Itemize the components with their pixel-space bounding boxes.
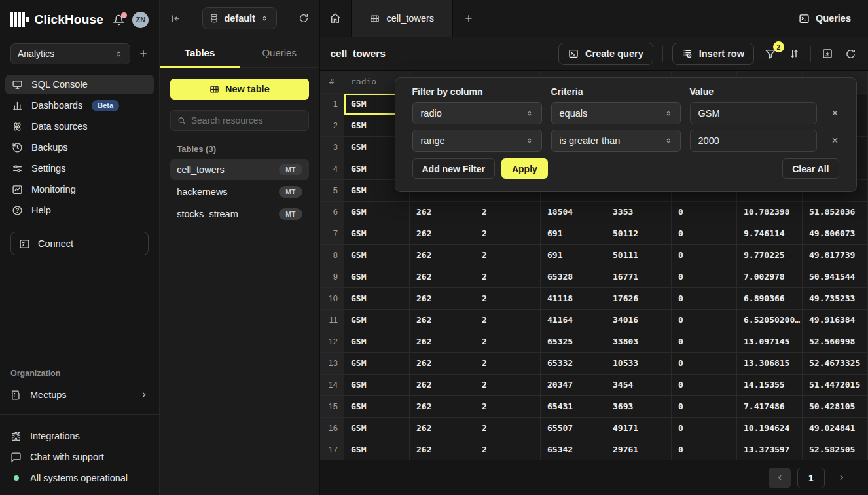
data-cell[interactable]: 2 [475, 395, 541, 417]
sidebar-item-integrations[interactable]: Integrations [0, 426, 159, 447]
data-cell[interactable]: 0 [672, 439, 737, 460]
filter-column-select[interactable]: radio [412, 102, 542, 124]
data-cell[interactable]: 0 [672, 244, 737, 266]
data-cell[interactable]: GSM [344, 287, 410, 309]
data-cell[interactable]: 29761 [606, 439, 672, 460]
data-cell[interactable]: 7.417486 [737, 395, 803, 417]
data-cell[interactable]: 2 [475, 331, 541, 352]
data-cell[interactable]: 65328 [541, 266, 606, 287]
apply-filters-button[interactable]: Apply [501, 158, 548, 179]
data-cell[interactable]: 0 [672, 309, 737, 331]
current-page-indicator[interactable]: 1 [797, 468, 825, 488]
data-cell[interactable]: 262 [410, 439, 475, 460]
data-cell[interactable]: 65342 [541, 439, 606, 460]
data-cell[interactable]: 262 [410, 352, 475, 374]
filter-criteria-select[interactable]: equals [551, 102, 681, 124]
download-button[interactable] [820, 46, 835, 61]
data-cell[interactable]: 18504 [541, 201, 606, 223]
sidebar-item-dashboards[interactable]: Dashboards Beta [5, 96, 154, 115]
data-cell[interactable]: 65332 [541, 352, 606, 374]
data-cell[interactable]: 2 [475, 201, 541, 223]
data-cell[interactable]: 49171 [606, 417, 672, 439]
data-cell[interactable]: 10.782398 [737, 201, 803, 223]
data-cell[interactable]: 2 [475, 352, 541, 374]
data-cell[interactable]: 262 [410, 244, 475, 266]
data-cell[interactable]: 65507 [541, 417, 606, 439]
data-cell[interactable]: 9.746114 [737, 223, 803, 244]
avatar[interactable]: ZN [132, 12, 149, 28]
data-cell[interactable]: 65431 [541, 395, 606, 417]
data-cell[interactable]: GSM [344, 331, 410, 352]
data-cell[interactable]: 10533 [606, 352, 672, 374]
data-cell[interactable]: 13.097145 [737, 331, 803, 352]
tab-tables[interactable]: Tables [160, 37, 240, 67]
data-cell[interactable]: 262 [410, 395, 475, 417]
sort-button[interactable] [787, 46, 801, 61]
sidebar-item-sql-console[interactable]: SQL Console [5, 75, 154, 94]
open-tab-cell-towers[interactable]: cell_towers [352, 0, 454, 37]
data-cell[interactable]: GSM [344, 352, 410, 374]
data-cell[interactable]: GSM [344, 266, 410, 287]
data-cell[interactable]: 0 [672, 417, 737, 439]
data-cell[interactable]: 0 [672, 374, 737, 395]
collapse-panel-button[interactable] [170, 13, 181, 24]
data-cell[interactable]: 52.582505 [803, 439, 868, 460]
data-cell[interactable]: 51.852036 [803, 201, 868, 223]
new-tab-button[interactable] [453, 0, 484, 37]
data-cell[interactable]: 2 [475, 223, 541, 244]
data-cell[interactable]: 50111 [606, 244, 672, 266]
sidebar-item-settings[interactable]: Settings [5, 158, 154, 178]
data-cell[interactable]: 6.52050200… [737, 309, 803, 331]
refresh-tables-button[interactable] [298, 13, 309, 24]
sidebar-item-backups[interactable]: Backups [5, 138, 154, 157]
system-status-row[interactable]: All systems operational [0, 468, 159, 488]
data-cell[interactable]: 3454 [606, 374, 672, 395]
prev-page-button[interactable] [769, 468, 791, 488]
insert-row-button[interactable]: Insert row [672, 43, 754, 65]
home-button[interactable] [320, 0, 352, 37]
filter-value-input[interactable] [690, 130, 817, 152]
data-cell[interactable]: 0 [672, 331, 737, 352]
data-cell[interactable]: 2 [475, 439, 541, 460]
data-cell[interactable]: 50112 [606, 223, 672, 244]
data-cell[interactable]: 2 [475, 266, 541, 287]
filter-column-select[interactable]: range [412, 130, 542, 152]
clear-all-filters-button[interactable]: Clear All [782, 158, 839, 179]
data-cell[interactable]: 0 [672, 395, 737, 417]
remove-filter-button[interactable]: × [826, 132, 844, 150]
data-cell[interactable]: GSM [344, 223, 410, 244]
data-cell[interactable]: 9.770225 [737, 244, 803, 266]
data-cell[interactable]: 262 [410, 331, 475, 352]
data-cell[interactable]: 262 [410, 374, 475, 395]
data-cell[interactable]: 691 [541, 244, 606, 266]
data-cell[interactable]: 3353 [606, 201, 672, 223]
data-cell[interactable]: 262 [410, 223, 475, 244]
data-cell[interactable]: 262 [410, 266, 475, 287]
search-resources-input[interactable] [191, 115, 302, 126]
data-cell[interactable]: 2 [475, 417, 541, 439]
sidebar-item-data-sources[interactable]: Data sources [5, 117, 154, 136]
tab-queries[interactable]: Queries [240, 37, 319, 67]
filter-criteria-select[interactable]: is greater than [551, 130, 681, 152]
add-workspace-button[interactable] [138, 48, 149, 59]
data-cell[interactable]: GSM [344, 374, 410, 395]
database-select[interactable]: default [202, 7, 277, 29]
data-cell[interactable]: 49.735233 [803, 287, 868, 309]
table-list-item-stocks-stream[interactable]: stocks_stream MT [170, 204, 308, 225]
data-cell[interactable]: 0 [672, 287, 737, 309]
data-cell[interactable]: 262 [410, 309, 475, 331]
sidebar-item-chat-support[interactable]: Chat with support [0, 447, 159, 468]
data-cell[interactable]: GSM [344, 417, 410, 439]
data-cell[interactable]: 17626 [606, 287, 672, 309]
data-cell[interactable]: 51.4472015 [803, 374, 868, 395]
next-page-button[interactable] [831, 468, 851, 488]
data-cell[interactable]: 49.817739 [803, 244, 868, 266]
data-cell[interactable]: 262 [410, 417, 475, 439]
data-cell[interactable]: 16771 [606, 266, 672, 287]
data-cell[interactable]: GSM [344, 244, 410, 266]
remove-filter-button[interactable]: × [826, 104, 844, 122]
data-cell[interactable]: 49.806073 [803, 223, 868, 244]
data-cell[interactable]: 0 [672, 352, 737, 374]
data-cell[interactable]: 7.002978 [737, 266, 803, 287]
data-cell[interactable]: 2 [475, 244, 541, 266]
